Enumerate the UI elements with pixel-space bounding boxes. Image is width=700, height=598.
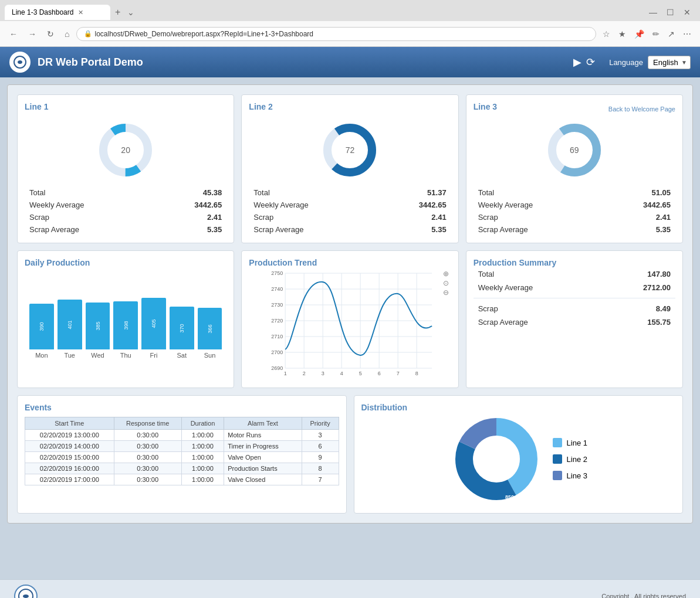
url-input[interactable]: 🔒 localhost/DRweb_Demo/webreport.aspx?Re… (76, 27, 596, 41)
minimize-icon[interactable]: — (644, 8, 662, 17)
bar-day-fri: Fri (150, 352, 158, 359)
line3-title: Line 3 (474, 102, 497, 111)
line2-weekly-row: Weekly Average 3442.65 (249, 199, 451, 211)
cell-duration: 1:00:00 (181, 452, 224, 463)
line3-total-value: 51.05 (651, 188, 671, 197)
zoom-reset-button[interactable]: ⊙ (443, 279, 449, 287)
line3-header: Line 3 Back to Welcome Page (474, 102, 675, 116)
app-logo (9, 52, 31, 73)
line2-scrap-avg-label: Scrap Average (253, 225, 303, 234)
line3-scrap-label: Scrap (478, 213, 498, 222)
svg-text:2: 2 (303, 371, 306, 376)
line2-total-row: Total 51.37 (249, 186, 451, 199)
svg-text:2720: 2720 (271, 318, 283, 324)
summary-weekly-label: Weekly Average (478, 283, 533, 292)
cell-duration: 1:00:00 (181, 463, 224, 474)
refresh-app-button[interactable]: ⟳ (586, 56, 595, 69)
line1-donut: 20 (96, 121, 155, 179)
active-tab[interactable]: Line 1-3 Dashboard ✕ (5, 5, 110, 20)
cell-start: 02/20/2019 15:00:00 (25, 452, 114, 463)
line1-scrap-value: 2.41 (207, 213, 222, 222)
summary-weekly-row: Weekly Average 2712.00 (474, 281, 675, 294)
bar-col-tue: 401Tue (58, 300, 82, 359)
play-button[interactable]: ▶ (573, 56, 581, 69)
daily-production-card: Daily Production 390Mon401Tue385Wed398Th… (17, 250, 234, 388)
svg-text:5: 5 (359, 371, 362, 376)
bar-day-mon: Mon (35, 352, 48, 359)
summary-scrap-avg-label: Scrap Average (478, 318, 528, 327)
language-dropdown[interactable]: English (648, 56, 691, 69)
table-row: 02/20/2019 17:00:000:30:001:00:00Valve C… (25, 474, 339, 485)
bookmark-icon[interactable]: ☆ (600, 27, 613, 41)
bar-col-sun: 366Sun (198, 308, 222, 359)
cell-response: 0:30:00 (114, 430, 181, 441)
line3-scrap-avg-row: Scrap Average 5.35 (474, 223, 675, 236)
bar-day-sat: Sat (177, 352, 187, 359)
summary-scrap-value: 8.49 (656, 304, 671, 313)
line2-donut-area: 72 (249, 121, 451, 179)
cell-duration: 1:00:00 (181, 441, 224, 452)
line1-card: Line 1 20 Total 45.38 (17, 94, 234, 243)
line3-stats: Total 51.05 Weekly Average 3442.65 Scrap… (474, 186, 675, 236)
cell-response: 0:30:00 (114, 474, 181, 485)
line2-card: Line 2 72 Total 51.37 (241, 94, 458, 243)
bar-value-fri: 405 (151, 319, 157, 328)
refresh-button[interactable]: ↻ (43, 27, 58, 41)
main-content: Line 1 20 Total 45.38 (0, 77, 700, 579)
table-row: 02/20/2019 14:00:000:30:001:00:00Timer i… (25, 441, 339, 452)
close-window-icon[interactable]: ✕ (679, 8, 695, 17)
footer-copyright: Copyright . All rights reserved (601, 593, 686, 598)
line1-donut-area: 20 (25, 121, 226, 179)
line1-weekly-value: 3442.65 (194, 201, 222, 209)
line2-color-swatch (553, 454, 562, 464)
col-response-time: Response time (114, 417, 181, 430)
svg-text:8: 8 (415, 371, 418, 376)
table-row: 02/20/2019 15:00:000:30:001:00:00Valve O… (25, 452, 339, 463)
bar-day-tue: Tue (64, 352, 75, 359)
cell-alarm: Production Starts (224, 463, 302, 474)
bar-value-tue: 401 (67, 320, 73, 329)
cell-priority: 6 (302, 441, 339, 452)
line3-total-label: Total (478, 188, 494, 197)
cell-priority: 8 (302, 463, 339, 474)
bar-day-wed: Wed (91, 352, 104, 359)
cell-priority: 9 (302, 452, 339, 463)
edit-icon[interactable]: ✏ (650, 27, 662, 41)
zoom-in-button[interactable]: ⊕ (443, 270, 449, 278)
cell-start: 02/20/2019 17:00:00 (25, 474, 114, 485)
back-to-welcome-link[interactable]: Back to Welcome Page (608, 106, 675, 113)
summary-total-value: 147.80 (647, 270, 671, 278)
line3-card: Line 3 Back to Welcome Page 69 Total (466, 94, 683, 243)
home-button[interactable]: ⌂ (61, 27, 73, 41)
zoom-out-button[interactable]: ⊖ (443, 288, 449, 297)
bar-value-mon: 390 (39, 322, 45, 331)
line2-donut: 72 (320, 121, 379, 179)
svg-text:2740: 2740 (271, 286, 283, 292)
bar-col-thu: 398Thu (113, 301, 138, 359)
summary-scrap-avg-value: 155.75 (647, 318, 671, 327)
line1-scrap-avg-value: 5.35 (207, 225, 222, 234)
maximize-icon[interactable]: ☐ (662, 8, 679, 17)
star-icon[interactable]: ★ (616, 27, 629, 41)
svg-text:1: 1 (284, 371, 287, 376)
line3-donut-value: 69 (570, 145, 579, 155)
back-button[interactable]: ← (6, 27, 21, 41)
pin-icon[interactable]: 📌 (631, 27, 647, 41)
events-card: Events Start Time Response time Duration… (17, 395, 347, 514)
line1-weekly-row: Weekly Average 3442.65 (25, 199, 226, 211)
bar-col-sat: 370Sat (170, 307, 194, 359)
language-selector[interactable]: English ▼ (648, 56, 691, 69)
new-tab-button[interactable]: + (110, 7, 125, 18)
forward-button[interactable]: → (25, 27, 40, 41)
more-icon[interactable]: ⋯ (680, 27, 694, 41)
bar-chart: 390Mon401Tue385Wed398Thu405Fri370Sat366S… (25, 288, 226, 359)
cell-alarm: Timer in Progress (224, 441, 302, 452)
svg-text:900: 900 (480, 469, 489, 475)
tab-menu-icon[interactable]: ⌄ (125, 8, 137, 17)
legend-line3: Line 3 (553, 471, 587, 480)
share-icon[interactable]: ↗ (665, 27, 678, 41)
language-label: Language (609, 58, 643, 67)
tab-close-icon[interactable]: ✕ (78, 9, 83, 16)
cell-response: 0:30:00 (114, 441, 181, 452)
col-alarm-text: Alarm Text (224, 417, 302, 430)
